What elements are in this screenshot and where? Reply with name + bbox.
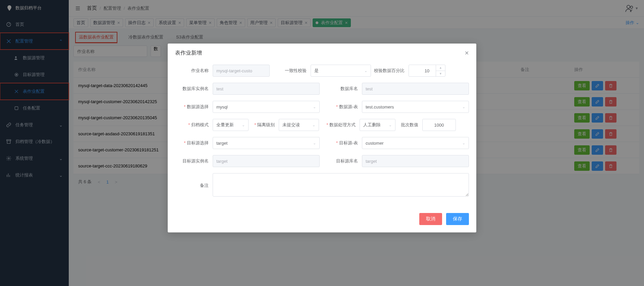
- modal-title: 表作业新增: [175, 50, 202, 57]
- batch-size-field[interactable]: [422, 119, 456, 131]
- step-down-icon[interactable]: ▼: [436, 71, 445, 77]
- chevron-down-icon: ⌄: [313, 141, 316, 145]
- archive-mode-select[interactable]: 全量更新⌄: [213, 119, 249, 131]
- tgt-table-select[interactable]: customer⌄: [362, 137, 469, 149]
- ds-table-select[interactable]: test.customers⌄: [362, 101, 469, 113]
- label-archive-mode: 归档模式: [175, 122, 213, 128]
- label-iso-level: 隔离级别: [249, 122, 279, 128]
- save-button[interactable]: 保存: [446, 213, 469, 225]
- tgt-instance-field: [213, 155, 320, 167]
- label-ds-select: 数据源选择: [175, 104, 213, 110]
- label-db-name: 数据库名: [324, 86, 362, 92]
- modal-add-tablejob: 表作业新增 ✕ 作业名称 一致性校验 是⌄ 校验数据百分比 10▲▼ 数据库实例…: [168, 44, 476, 232]
- cancel-button[interactable]: 取消: [419, 213, 442, 225]
- consistency-select[interactable]: 是⌄: [311, 65, 371, 77]
- tgt-select[interactable]: target⌄: [213, 137, 320, 149]
- check-pct-stepper[interactable]: 10▲▼: [409, 65, 445, 77]
- chevron-down-icon: ⌄: [313, 105, 316, 109]
- chevron-down-icon: ⌄: [462, 105, 465, 109]
- iso-level-select[interactable]: 未提交读⌄: [279, 119, 319, 131]
- label-tgt-select: 目标源选择: [175, 140, 213, 146]
- chevron-down-icon: ⌄: [389, 123, 392, 127]
- label-tgt-table: 目标源-表: [324, 140, 362, 146]
- label-ds-table: 数据源-表: [324, 104, 362, 110]
- label-tgt-instance: 目标源实例名: [175, 158, 213, 164]
- label-job-name: 作业名称: [175, 68, 213, 74]
- label-batch-size: 批次数值: [395, 122, 422, 128]
- chevron-down-icon: ⌄: [312, 123, 315, 127]
- label-tgt-db: 目标源库名: [324, 158, 362, 164]
- close-icon[interactable]: ✕: [465, 50, 469, 56]
- label-proc-mode: 数据处理方式: [322, 122, 360, 128]
- job-name-field: [213, 65, 270, 77]
- ds-instance-field: [213, 83, 320, 95]
- label-ds-instance: 数据库实例名: [175, 86, 213, 92]
- chevron-down-icon: ⌄: [364, 69, 367, 73]
- db-name-field: [362, 83, 469, 95]
- label-remark: 备注: [175, 183, 213, 189]
- proc-mode-select[interactable]: 人工删除⌄: [360, 119, 395, 131]
- label-check-pct: 校验数据百分比: [371, 68, 409, 74]
- chevron-down-icon: ⌄: [462, 141, 465, 145]
- remark-textarea[interactable]: [213, 173, 469, 197]
- step-up-icon[interactable]: ▲: [436, 65, 445, 71]
- chevron-down-icon: ⌄: [242, 123, 245, 127]
- tgt-db-field: [362, 155, 469, 167]
- label-consistency: 一致性校验: [273, 68, 311, 74]
- ds-select[interactable]: mysql⌄: [213, 101, 320, 113]
